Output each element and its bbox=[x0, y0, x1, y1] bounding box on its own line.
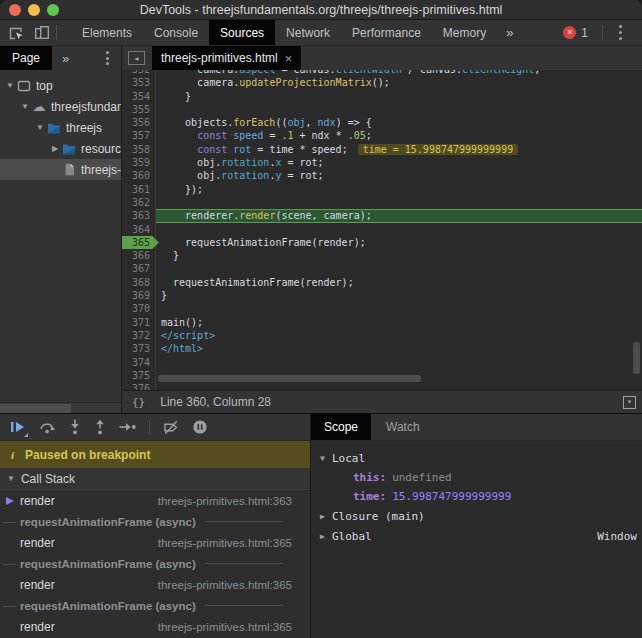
line-number[interactable]: 355 bbox=[122, 103, 156, 116]
tree-item-top[interactable]: ▼top bbox=[0, 75, 121, 96]
tab-network[interactable]: Network bbox=[275, 20, 341, 45]
code-line[interactable]: 366 } bbox=[122, 249, 642, 262]
step-into-icon[interactable] bbox=[69, 419, 81, 435]
line-number[interactable]: 373 bbox=[122, 342, 156, 355]
line-number[interactable]: 372 bbox=[122, 329, 156, 342]
minimize-window-icon[interactable] bbox=[28, 4, 40, 16]
line-number[interactable]: 364 bbox=[122, 223, 156, 236]
code-line[interactable]: 360 obj.rotation.y = rot; bbox=[122, 169, 642, 182]
code-line[interactable]: 354 } bbox=[122, 90, 642, 103]
navigator-hscrollbar[interactable] bbox=[0, 402, 121, 413]
line-number[interactable]: 376 bbox=[122, 382, 156, 390]
code-line[interactable]: 363 renderer.render(scene, camera); bbox=[122, 209, 642, 222]
line-number[interactable]: 356 bbox=[122, 116, 156, 129]
tab-elements[interactable]: Elements bbox=[71, 20, 143, 45]
line-number[interactable]: 357 bbox=[122, 129, 156, 142]
code-line[interactable]: 365 requestAnimationFrame(render); bbox=[122, 236, 642, 249]
code-line[interactable]: 376 bbox=[122, 382, 642, 390]
code-line[interactable]: 353 camera.updateProjectionMatrix(); bbox=[122, 76, 642, 89]
step-icon[interactable] bbox=[119, 420, 136, 434]
chevron-down-icon[interactable]: ▼ bbox=[19, 102, 31, 111]
code-line[interactable]: 374 bbox=[122, 356, 642, 369]
code-line[interactable]: 367 bbox=[122, 262, 642, 275]
code-line[interactable]: 373</html> bbox=[122, 342, 642, 355]
error-badge[interactable]: × 1 bbox=[563, 26, 588, 40]
code-line[interactable]: 364 bbox=[122, 223, 642, 236]
tree-item-threejs-primitives-html[interactable]: threejs-primitives.html bbox=[0, 159, 121, 180]
code-line[interactable]: 359 obj.rotation.x = rot; bbox=[122, 156, 642, 169]
tab-performance[interactable]: Performance bbox=[341, 20, 432, 45]
tab-memory[interactable]: Memory bbox=[432, 20, 497, 45]
line-number[interactable]: 370 bbox=[122, 302, 156, 315]
code-line[interactable]: 369} bbox=[122, 289, 642, 302]
chevron-right-icon[interactable]: ▶ bbox=[320, 532, 332, 541]
tree-item-threejs[interactable]: ▼threejs bbox=[0, 117, 121, 138]
file-tab[interactable]: threejs-primitives.html × bbox=[152, 46, 301, 70]
line-number[interactable]: 360 bbox=[122, 169, 156, 182]
main-menu-kebab-icon[interactable] bbox=[615, 24, 626, 41]
line-number[interactable]: 353 bbox=[122, 76, 156, 89]
code-line[interactable]: 356 objects.forEach((obj, ndx) => { bbox=[122, 116, 642, 129]
deactivate-breakpoints-icon[interactable] bbox=[163, 420, 179, 435]
code-line[interactable]: 358 const rot = time * speed;time = 15.9… bbox=[122, 143, 642, 156]
code-line[interactable]: 361 }); bbox=[122, 183, 642, 196]
inspect-element-icon[interactable] bbox=[8, 25, 24, 41]
navigator-hscrollbar-thumb[interactable] bbox=[0, 404, 71, 413]
scope-variable[interactable]: time:15.998747999999999 bbox=[311, 487, 642, 506]
tab-page[interactable]: Page bbox=[0, 46, 52, 70]
code-line[interactable]: 368 requestAnimationFrame(render); bbox=[122, 276, 642, 289]
tree-item-resources[interactable]: ▶resources bbox=[0, 138, 121, 159]
step-out-icon[interactable] bbox=[94, 419, 106, 435]
device-toolbar-icon[interactable] bbox=[34, 25, 50, 41]
line-number[interactable]: 361 bbox=[122, 183, 156, 196]
line-number[interactable]: 375 bbox=[122, 369, 156, 382]
tab-sources[interactable]: Sources bbox=[209, 20, 275, 45]
line-number[interactable]: 358 bbox=[122, 143, 156, 156]
line-number[interactable]: 368 bbox=[122, 276, 156, 289]
hide-navigator-icon[interactable]: ◄ bbox=[128, 51, 145, 65]
scope-section-global[interactable]: ▶GlobalWindow bbox=[311, 526, 642, 546]
chevron-down-icon[interactable]: ▼ bbox=[320, 454, 332, 463]
scope-section-local[interactable]: ▼Local bbox=[311, 448, 642, 468]
tab-scope[interactable]: Scope bbox=[311, 414, 371, 440]
code-line[interactable]: 372</script> bbox=[122, 329, 642, 342]
close-window-icon[interactable] bbox=[9, 4, 21, 16]
tab-console[interactable]: Console bbox=[143, 20, 209, 45]
call-stack-frame[interactable]: renderthreejs-primitives.html:363 bbox=[0, 490, 310, 511]
close-tab-icon[interactable]: × bbox=[285, 51, 293, 66]
editor-hscrollbar-thumb[interactable] bbox=[158, 375, 421, 382]
line-number[interactable]: 369 bbox=[122, 289, 156, 302]
call-stack-frame[interactable]: renderthreejs-primitives.html:365 bbox=[0, 574, 310, 595]
editor-vscrollbar-thumb[interactable] bbox=[633, 342, 640, 374]
tab-watch[interactable]: Watch bbox=[373, 414, 433, 440]
code-line[interactable]: 371main(); bbox=[122, 316, 642, 329]
code-line[interactable]: 357 const speed = .1 + ndx * .05; bbox=[122, 129, 642, 142]
chevron-right-icon[interactable]: ▶ bbox=[320, 512, 332, 521]
call-stack-frame[interactable]: renderthreejs-primitives.html:365 bbox=[0, 616, 310, 637]
line-number[interactable]: 363 bbox=[122, 209, 156, 222]
line-number[interactable]: 362 bbox=[122, 196, 156, 209]
line-number[interactable]: 371 bbox=[122, 316, 156, 329]
tree-item-threejsfundamentals-org[interactable]: ▼☁threejsfundamentals.org bbox=[0, 96, 121, 117]
chevron-right-icon[interactable]: ▶ bbox=[49, 144, 61, 153]
line-number[interactable]: 374 bbox=[122, 356, 156, 369]
zoom-window-icon[interactable] bbox=[47, 4, 59, 16]
code-line[interactable]: 362 bbox=[122, 196, 642, 209]
code-line[interactable]: 355 bbox=[122, 103, 642, 116]
statusbar-dropdown-icon[interactable]: ▾ bbox=[623, 396, 636, 409]
line-number[interactable]: 367 bbox=[122, 262, 156, 275]
step-over-icon[interactable] bbox=[38, 420, 56, 434]
line-number[interactable]: 365 bbox=[122, 236, 156, 249]
scope-section-closure-main-[interactable]: ▶Closure (main) bbox=[311, 506, 642, 526]
pretty-print-icon[interactable]: {} bbox=[132, 396, 145, 409]
chevron-down-icon[interactable]: ▼ bbox=[34, 123, 46, 132]
resume-icon[interactable] bbox=[10, 420, 25, 434]
code-editor[interactable]: 352 camera.aspect = canvas.clientWidth /… bbox=[122, 70, 642, 390]
call-stack-header[interactable]: ▼ Call Stack bbox=[0, 468, 310, 490]
navigator-more-chevron[interactable]: » bbox=[52, 46, 79, 70]
line-number[interactable]: 354 bbox=[122, 90, 156, 103]
scope-variable[interactable]: this:undefined bbox=[311, 468, 642, 487]
line-number[interactable]: 359 bbox=[122, 156, 156, 169]
chevron-down-icon[interactable]: ▼ bbox=[4, 81, 16, 90]
line-number[interactable]: 366 bbox=[122, 249, 156, 262]
